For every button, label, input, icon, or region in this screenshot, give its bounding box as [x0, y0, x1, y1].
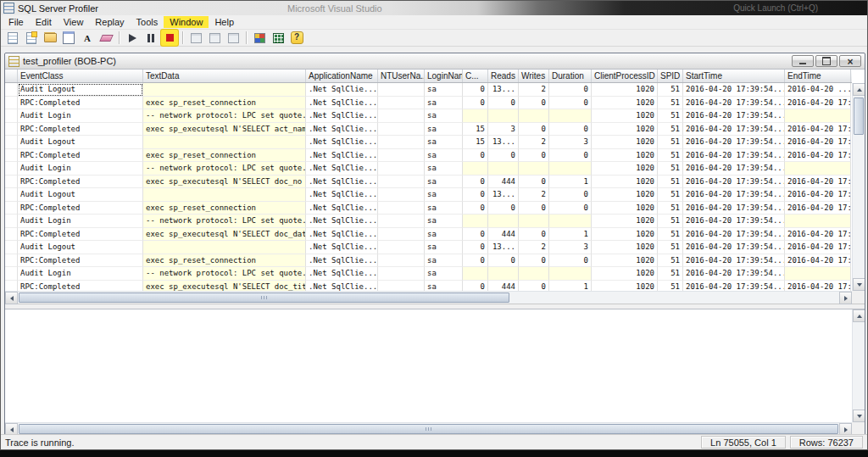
- cell-spid: 51: [658, 97, 683, 110]
- column-header-cpid[interactable]: ClientProcessID: [592, 70, 658, 82]
- trace-row[interactable]: RPC:Completedexec sp_reset_connection.Ne…: [5, 254, 852, 268]
- run-to-cursor-icon[interactable]: [206, 30, 223, 46]
- scroll-down-button[interactable]: [853, 278, 865, 291]
- trace-row[interactable]: Audit Login-- network protocol: LPC set …: [5, 109, 852, 123]
- trace-row[interactable]: Audit Login-- network protocol: LPC set …: [5, 162, 852, 176]
- clear-trace-icon[interactable]: [97, 30, 114, 46]
- trace-row[interactable]: RPC:Completedexec sp_executesql N'SELECT…: [5, 281, 852, 292]
- pause-trace-icon[interactable]: [142, 30, 159, 46]
- column-header-duration[interactable]: Duration: [549, 70, 592, 82]
- find-icon[interactable]: [79, 30, 96, 46]
- scroll-right-button[interactable]: [839, 292, 852, 304]
- trace-window-titlebar[interactable]: test_profiler (BOB-PC): [5, 53, 865, 70]
- menu-item-window[interactable]: Window: [164, 16, 209, 28]
- detail-horizontal-scroll-thumb[interactable]: [19, 424, 838, 434]
- cell-text: [143, 83, 306, 97]
- scroll-right-button[interactable]: [839, 423, 852, 434]
- window-title: SQL Server Profiler: [18, 3, 98, 14]
- cell-login: sa: [425, 176, 463, 189]
- scroll-left-button[interactable]: [5, 423, 18, 434]
- cell-spid: 51: [658, 202, 683, 215]
- column-header-writes[interactable]: Writes: [519, 70, 549, 82]
- execute-step-icon[interactable]: [187, 30, 204, 46]
- column-header-cpu[interactable]: C...: [463, 70, 488, 82]
- text-detail-content[interactable]: [5, 309, 852, 422]
- trace-properties-icon[interactable]: [60, 30, 77, 46]
- scroll-left-button[interactable]: [5, 292, 18, 304]
- cell-cpid: 1020: [592, 136, 658, 149]
- cell-cpid: 1020: [592, 188, 658, 202]
- grid-vertical-scrollbar[interactable]: [852, 83, 865, 291]
- menu-item-replay[interactable]: Replay: [89, 16, 130, 28]
- column-header-start[interactable]: StartTime: [683, 70, 785, 82]
- scroll-up-button[interactable]: [853, 309, 865, 322]
- cell-spid: 51: [658, 162, 683, 176]
- grid-header: EventClassTextDataApplicationNameNTUserN…: [5, 70, 852, 83]
- cell-end: 2016-04-20 17:: [785, 176, 851, 189]
- trace-row[interactable]: Audit Logout.Net SqlClie...sa013...20102…: [5, 188, 852, 202]
- cell-text: [143, 241, 306, 254]
- start-trace-icon[interactable]: [124, 30, 141, 46]
- column-header-spid[interactable]: SPID: [658, 70, 683, 82]
- menu-item-help[interactable]: Help: [209, 16, 240, 28]
- column-header-app[interactable]: ApplicationName: [306, 70, 378, 82]
- cell-event: RPC:Completed: [18, 281, 143, 292]
- trace-row[interactable]: Audit Login-- network protocol: LPC set …: [5, 267, 852, 281]
- new-template-icon[interactable]: [23, 30, 40, 46]
- open-trace-icon[interactable]: [42, 30, 58, 46]
- trace-row[interactable]: RPC:Completedexec sp_reset_connection.Ne…: [5, 149, 852, 163]
- menu-item-file[interactable]: File: [3, 16, 30, 28]
- cell-reads: 0: [488, 97, 519, 110]
- minimize-button[interactable]: [792, 55, 814, 67]
- row-margin: [5, 149, 18, 163]
- right-arrow-icon: [844, 427, 848, 432]
- new-trace-icon[interactable]: [4, 30, 21, 46]
- cell-event: Audit Logout: [18, 83, 143, 97]
- grid-vertical-scroll-thumb[interactable]: [854, 98, 864, 135]
- scroll-down-button[interactable]: [853, 410, 865, 422]
- toggle-breakpoint-icon[interactable]: [225, 30, 242, 46]
- cell-start: 2016-04-20 17:39:54...: [683, 176, 785, 189]
- grid-horizontal-scrollbar[interactable]: [5, 291, 852, 304]
- trace-row[interactable]: Audit Login-- network protocol: LPC set …: [5, 215, 852, 228]
- cell-cpu: 0: [463, 83, 488, 97]
- trace-row[interactable]: RPC:Completedexec sp_reset_connection.Ne…: [5, 202, 852, 215]
- cell-end: 2016-04-20 17:: [785, 149, 851, 163]
- cell-app: .Net SqlClie...: [306, 228, 378, 242]
- menu-item-tools[interactable]: Tools: [131, 16, 164, 28]
- trace-row[interactable]: RPC:Completedexec sp_reset_connection.Ne…: [5, 97, 852, 110]
- detail-horizontal-scrollbar[interactable]: [5, 422, 852, 434]
- results-grid-icon[interactable]: [270, 30, 287, 46]
- detail-vertical-scrollbar[interactable]: [852, 309, 865, 422]
- scroll-up-button[interactable]: [853, 83, 865, 96]
- trace-row[interactable]: Audit Logout.Net SqlClie...sa1513...2310…: [5, 136, 852, 149]
- column-header-text[interactable]: TextData: [143, 70, 306, 82]
- trace-window-body: EventClassTextDataApplicationNameNTUserN…: [5, 70, 865, 434]
- column-header-event[interactable]: EventClass: [18, 70, 143, 82]
- menu-item-view[interactable]: View: [58, 16, 90, 28]
- titlebar[interactable]: SQL Server Profiler Microsoft Visual Stu…: [1, 1, 867, 15]
- column-header-ntuser[interactable]: NTUserNa...: [378, 70, 425, 82]
- maximize-button[interactable]: [815, 55, 837, 67]
- menu-item-edit[interactable]: Edit: [30, 16, 58, 28]
- down-arrow-icon: [857, 415, 862, 418]
- trace-row[interactable]: RPC:Completedexec sp_executesql N'SELECT…: [5, 176, 852, 189]
- trace-row[interactable]: RPC:Completedexec sp_executesql N'SELECT…: [5, 228, 852, 242]
- cell-app: .Net SqlClie...: [306, 241, 378, 254]
- cell-event: Audit Logout: [18, 136, 143, 149]
- organize-columns-icon[interactable]: [251, 30, 268, 46]
- column-header-end[interactable]: EndTime: [785, 70, 851, 82]
- cell-end: 2016-04-20 17:: [785, 136, 851, 149]
- close-button[interactable]: [839, 55, 861, 67]
- up-arrow-icon: [857, 88, 862, 92]
- trace-row[interactable]: Audit Logout.Net SqlClie...sa013...23102…: [5, 241, 852, 254]
- column-header-reads[interactable]: Reads: [488, 70, 519, 82]
- trace-row[interactable]: Audit Logout.Net SqlClie...sa013...20102…: [5, 83, 852, 97]
- status-cursor-position: Ln 75055, Col 1: [701, 436, 786, 449]
- grid-horizontal-scroll-thumb[interactable]: [19, 293, 509, 303]
- stop-trace-icon[interactable]: [161, 30, 178, 46]
- trace-row[interactable]: RPC:Completedexec sp_executesql N'SELECT…: [5, 123, 852, 137]
- cell-end: 2016-04-20 17:: [785, 228, 851, 242]
- column-header-login[interactable]: LoginName: [425, 70, 463, 82]
- help-icon[interactable]: [288, 30, 305, 46]
